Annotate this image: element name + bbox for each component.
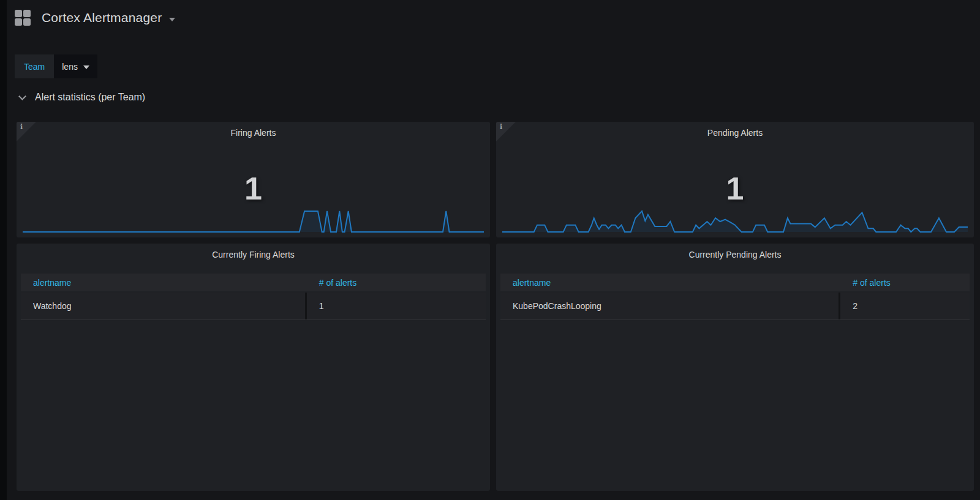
sparkline-chart — [23, 207, 484, 233]
left-edge-strip — [0, 0, 7, 500]
info-icon: i — [20, 123, 23, 131]
variable-value-dropdown[interactable]: lens — [54, 54, 97, 78]
panel-info-corner[interactable]: i — [17, 122, 36, 141]
panel-pending-alerts: i Pending Alerts 1 — [496, 122, 974, 237]
panel-title[interactable]: Pending Alerts — [496, 122, 974, 139]
cell-alertname: Watchdog — [21, 293, 307, 319]
template-variable-team: Team lens — [15, 54, 97, 78]
panel-title[interactable]: Currently Pending Alerts — [496, 244, 974, 261]
column-header-count[interactable]: # of alerts — [307, 278, 486, 288]
stat-value: 1 — [17, 170, 490, 207]
column-header-count[interactable]: # of alerts — [840, 278, 970, 288]
dashboard-grid-icon — [15, 10, 31, 26]
cell-alertname: KubePodCrashLooping — [500, 293, 840, 319]
panel-currently-firing-alerts: Currently Firing Alerts alertname # of a… — [17, 244, 490, 491]
variable-label: Team — [15, 54, 54, 78]
panel-title[interactable]: Firing Alerts — [17, 122, 490, 139]
caret-down-icon — [83, 65, 89, 69]
sparkline-chart — [502, 207, 968, 233]
variable-value-text: lens — [62, 62, 78, 72]
cell-count: 1 — [307, 293, 486, 319]
chevron-down-icon — [18, 92, 26, 100]
table-header-row: alertname # of alerts — [500, 274, 970, 291]
info-icon: i — [500, 123, 502, 131]
panel-info-corner[interactable]: i — [496, 122, 516, 141]
table-row: Watchdog 1 — [21, 293, 486, 320]
stat-value: 1 — [496, 170, 974, 207]
column-header-alertname[interactable]: alertname — [21, 278, 307, 288]
table-header-row: alertname # of alerts — [21, 274, 486, 291]
column-header-alertname[interactable]: alertname — [500, 278, 840, 288]
caret-down-icon — [169, 18, 175, 21]
alerts-table: alertname # of alerts KubePodCrashLoopin… — [500, 274, 970, 320]
panel-currently-pending-alerts: Currently Pending Alerts alertname # of … — [496, 244, 974, 491]
panel-firing-alerts: i Firing Alerts 1 — [17, 122, 490, 237]
dashboard-title: Cortex Alertmanager — [42, 10, 162, 25]
dashboard-title-button[interactable]: Cortex Alertmanager — [15, 10, 175, 26]
row-title: Alert statistics (per Team) — [35, 92, 145, 103]
table-row: KubePodCrashLooping 2 — [500, 293, 970, 320]
panel-title[interactable]: Currently Firing Alerts — [17, 244, 490, 261]
alerts-table: alertname # of alerts Watchdog 1 — [21, 274, 486, 320]
cell-count: 2 — [840, 293, 970, 319]
row-toggle-alert-statistics[interactable]: Alert statistics (per Team) — [20, 92, 145, 103]
